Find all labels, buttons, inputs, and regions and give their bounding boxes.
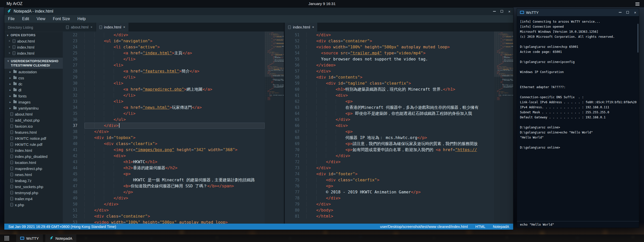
file-item[interactable]: HKWTC notice.pdf: [4, 135, 63, 141]
code-line[interactable]: </div>: [84, 123, 265, 129]
terminal-input[interactable]: echo "Hello World": [517, 221, 639, 228]
file-item[interactable]: trailer.mp4: [4, 196, 63, 202]
code-line[interactable]: <a href="news.html">玩家傳送門</a>: [84, 105, 265, 111]
code-line[interactable]: <div class="clearfix">: [84, 141, 265, 147]
code-line[interactable]: <div>: [306, 92, 494, 98]
code-line[interactable]: </div>: [306, 165, 494, 171]
code-line[interactable]: <div id="footer">: [306, 171, 494, 177]
code-line[interactable]: <a href="index.html">主頁</a>: [84, 50, 265, 56]
code-line[interactable]: </div>: [306, 195, 494, 201]
code-line[interactable]: <div class="clearfix">: [306, 177, 494, 183]
close-icon[interactable]: ×: [8, 45, 11, 49]
code-line[interactable]: <h1>特別為建築及鐵路而設，現代化的 Minecraft 世界.</h1>: [306, 86, 494, 92]
code-line[interactable]: <li>: [84, 80, 265, 86]
code-line[interactable]: <a href="features.html">簡介</a>: [84, 68, 265, 74]
code-line[interactable]: <p>: [84, 171, 265, 177]
close-icon[interactable]: ×: [8, 51, 11, 55]
tab-close-icon[interactable]: ×: [123, 25, 125, 29]
code-line[interactable]: </ul>: [84, 117, 265, 123]
menu-view[interactable]: View: [33, 17, 49, 21]
menu-file[interactable]: File: [4, 17, 18, 21]
folder-item[interactable]: ▸fonts: [4, 93, 63, 99]
code-line[interactable]: <p> 即使你不是建築師，你也能透過紅石師或鐵路工程師的身份加入我: [306, 111, 494, 117]
minimize-button[interactable]: [490, 11, 498, 12]
open-editor-item[interactable]: ×index.html: [4, 44, 63, 50]
app-launcher-button[interactable]: [0, 234, 14, 242]
code-line[interactable]: </li>: [84, 74, 265, 80]
code-line[interactable]: </div>: [306, 201, 494, 207]
maximize-button[interactable]: [624, 11, 631, 14]
file-item[interactable]: news.html: [4, 171, 63, 178]
system-menu-icon[interactable]: [635, 2, 639, 6]
file-item[interactable]: index.html: [4, 147, 63, 153]
open-editors-section-header[interactable]: ▾ OPEN EDITORS: [4, 32, 63, 38]
minimize-button[interactable]: [616, 12, 624, 13]
folder-item[interactable]: ▸dc: [4, 81, 63, 87]
code-line[interactable]: </li>: [84, 56, 265, 62]
code-line[interactable]: <div class="container">: [84, 213, 265, 219]
code-line[interactable]: <li class="active">: [84, 44, 265, 50]
folder-item[interactable]: ▸yamlyamlnu: [4, 105, 63, 111]
code-line[interactable]: </div>: [306, 153, 494, 159]
code-line[interactable]: <h1>HKWTC</h1>: [84, 159, 265, 165]
code-line[interactable]: <p>: [306, 183, 494, 189]
folder-item[interactable]: ▸css: [4, 75, 63, 81]
editor-tab[interactable]: index.html×: [285, 23, 318, 31]
code-line[interactable]: </div>: [306, 32, 494, 38]
close-button[interactable]: ×: [631, 10, 639, 15]
minimap-right[interactable]: </div> <ul id="navigation"> <li class="a…: [494, 31, 513, 224]
menu-font-size[interactable]: Font Size: [49, 17, 74, 21]
terminal-scrollbar[interactable]: [637, 24, 638, 53]
code-line[interactable]: <p>如有問題或需要申請白名單，歡迎加入我們的 <a href="https:/…: [306, 147, 494, 153]
file-item[interactable]: index.php_disabled: [4, 153, 63, 159]
menu-help[interactable]: Help: [74, 17, 89, 21]
file-item[interactable]: features.html: [4, 129, 63, 135]
code-line[interactable]: <div class="container">: [306, 38, 494, 44]
code-line[interactable]: <b>你知道我們全線伺服器已轉用 SSD 了嗎？</b></span>: [84, 183, 265, 189]
statusbar-appname[interactable]: NotepadA: [493, 225, 509, 229]
code-line[interactable]: <div id="topbox">: [84, 135, 265, 141]
file-item[interactable]: location.html: [4, 159, 63, 165]
statusbar-filepath[interactable]: user/Desktop/screenshot/test/www cleaned…: [380, 225, 468, 229]
workspace-folder-header[interactable]: ▾ USER/DESKTOP/SCREENSHOT/TEST/WWW CLEAN…: [4, 58, 63, 69]
minimap-left[interactable]: </div> <ul id="navigation"> <li class="a…: [265, 31, 284, 224]
code-line[interactable]: <img src="images/box.png" height="342" w…: [84, 147, 265, 153]
file-item[interactable]: test_sockets.php: [4, 184, 63, 190]
editor-tab[interactable]: index.html×: [96, 23, 129, 31]
code-line[interactable]: <h2>香港的建築伺服器</h2>: [84, 165, 265, 171]
minimap-slider[interactable]: [265, 31, 284, 77]
code-line[interactable]: 伺服器 IP 地址為： mcs.hkwtc.org</p>: [306, 135, 494, 141]
folder-item[interactable]: ▸images: [4, 99, 63, 105]
code-line[interactable]: </div>: [84, 195, 265, 201]
code-line[interactable]: © 2018 - 2019 HKWTC Animation Gamer</p>: [306, 189, 494, 195]
code-line[interactable]: <p>請注意，我們的伺服器為確保玩家及遊玩時的質素，我們對的服務開放: [306, 141, 494, 147]
file-item[interactable]: add_vhost.php: [4, 117, 63, 123]
code-line[interactable]: </html>: [306, 213, 494, 219]
folder-item[interactable]: ▸dl: [4, 87, 63, 93]
code-line[interactable]: <p>: [306, 129, 494, 135]
code-line[interactable]: </div>: [306, 159, 494, 165]
menu-edit[interactable]: Edit: [18, 17, 33, 21]
code-line[interactable]: <div id="tagline" class="clearfix">: [306, 80, 494, 86]
code-line[interactable]: <ul id="navigation">: [84, 38, 265, 44]
open-editor-item[interactable]: ×about.html: [4, 38, 63, 44]
wstty-titlebar[interactable]: WsTTY ×: [517, 9, 639, 16]
file-item[interactable]: about.html: [4, 111, 63, 117]
file-item[interactable]: HKWTC rule.pdf: [4, 141, 63, 147]
code-line[interactable]: <source src="trailer.mp4" type="video/mp…: [306, 50, 494, 56]
code-line[interactable]: <video width="100%" height="500px" autop…: [306, 44, 494, 50]
code-editor-right[interactable]: </div> <div class="container"> <video wi…: [305, 31, 494, 224]
tab-close-icon[interactable]: ×: [90, 25, 93, 29]
notepada-titlebar[interactable]: NotepadA - index.html ×: [4, 8, 513, 15]
code-line[interactable]: </div>: [84, 32, 265, 38]
code-line[interactable]: </div>: [84, 201, 265, 207]
code-line[interactable]: </li>: [84, 92, 265, 98]
code-line[interactable]: </div>: [306, 68, 494, 74]
statusbar-language[interactable]: HTML: [475, 225, 485, 229]
code-line[interactable]: 在香港的Minecraft 伺服器中，多為小遊戲和純生存的伺服器，較少擁有: [306, 105, 494, 111]
file-item[interactable]: teabag.7z: [4, 178, 63, 184]
open-editor-item[interactable]: ×index.html: [4, 50, 63, 56]
file-item[interactable]: mapredirect.php: [4, 165, 63, 171]
close-button[interactable]: ×: [506, 9, 513, 14]
file-item[interactable]: favicon.ico: [4, 123, 63, 129]
